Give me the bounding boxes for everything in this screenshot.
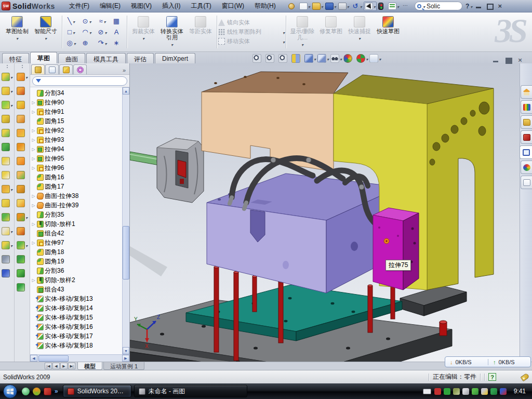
note-icon[interactable] (17, 199, 25, 207)
dropdown-caret-icon[interactable] (283, 29, 285, 35)
scroll-down-icon[interactable]: ▼ (123, 347, 129, 354)
menu-item[interactable]: 编辑(E) (95, 0, 125, 12)
toolbar-grip[interactable] (21, 64, 23, 69)
tree-item[interactable]: 圆角18 (31, 247, 129, 257)
dropdown-caret-icon[interactable] (25, 214, 28, 221)
surface-icon[interactable] (17, 157, 25, 165)
taskbar-window-button[interactable]: 未命名 - 画图 (134, 385, 247, 397)
tree-item[interactable]: 组合43 (31, 285, 129, 294)
sync-icon[interactable] (472, 388, 478, 395)
quick-launch-chevron-icon[interactable]: » (55, 388, 58, 395)
dropdown-caret-icon[interactable] (10, 228, 12, 235)
dropdown-caret-icon[interactable] (314, 55, 316, 62)
command-tab[interactable]: 评估 (127, 53, 154, 63)
undo-icon[interactable] (351, 3, 360, 10)
tree-item[interactable]: 拉伸97 (31, 238, 129, 247)
document-tab[interactable]: 模型 (77, 362, 102, 370)
curve-icon[interactable] (2, 269, 10, 277)
tree-item[interactable]: 切除-放样1 (31, 219, 129, 229)
smart-dimension-tool-icon[interactable] (17, 101, 25, 109)
search-box[interactable]: Solic (415, 2, 462, 10)
tree-item[interactable]: 分割36 (31, 266, 129, 275)
resources-home-icon[interactable] (521, 85, 532, 99)
file-explorer-icon[interactable] (521, 115, 532, 129)
tree-item[interactable]: 实体-移动/复制15 (31, 313, 129, 322)
tree-item[interactable]: 圆角16 (31, 172, 129, 182)
swept-boss-icon[interactable] (2, 129, 10, 137)
pattern-icon[interactable] (2, 185, 10, 193)
last-tab-icon[interactable]: ▶| (68, 363, 75, 369)
tree-horizontal-scrollbar[interactable]: ◀ ▶ (30, 354, 129, 362)
model-magenta-block[interactable] (373, 208, 419, 290)
select-icon[interactable] (365, 3, 373, 10)
sketch-entity-button[interactable]: ⊘ (95, 26, 110, 37)
toolbar-button[interactable]: 转换实体引用 (158, 15, 186, 50)
dropdown-caret-icon[interactable] (340, 55, 342, 62)
dropdown-caret-icon[interactable] (89, 18, 91, 25)
dropdown-caret-icon[interactable] (10, 101, 12, 109)
dropdown-caret-icon[interactable] (360, 3, 362, 10)
tab-feature-manager[interactable] (31, 64, 45, 74)
tree-item[interactable]: 曲面-拉伸39 (31, 201, 129, 210)
command-tab[interactable]: 草图 (30, 52, 57, 63)
revolve-boss-icon[interactable] (2, 87, 10, 95)
doc-restore-button[interactable] (504, 57, 512, 63)
dropdown-caret-icon[interactable] (73, 18, 75, 25)
save-icon[interactable] (325, 3, 334, 10)
tree-item[interactable]: 组合42 (31, 229, 129, 238)
dropdown-caret-icon[interactable] (358, 35, 361, 41)
sketch-entity-button[interactable]: ≈ (95, 16, 110, 26)
network-warning-icon[interactable] (481, 388, 488, 395)
overflow-icon[interactable] (401, 3, 409, 10)
prev-tab-icon[interactable]: ◀ (52, 363, 60, 369)
expander-icon[interactable] (31, 203, 36, 208)
messenger-icon[interactable] (22, 388, 30, 395)
tree-item[interactable]: 曲面-拉伸38 (31, 191, 129, 201)
toolbar-button[interactable]: 显示/删除几... (288, 15, 316, 50)
close-button[interactable] (496, 3, 503, 9)
scenes-icon[interactable] (521, 161, 532, 174)
sketch-entity-button[interactable]: ◎ (63, 37, 79, 48)
dropdown-caret-icon[interactable] (104, 39, 107, 47)
tree-item[interactable]: 圆角15 (31, 116, 129, 126)
tree-item[interactable]: 拉伸92 (31, 126, 129, 135)
taskbar-window-button[interactable]: SolidWorks 2009 - ... (63, 385, 131, 397)
appearances-icon[interactable] (520, 145, 532, 159)
sketch-entity-button[interactable]: ⊕ (79, 37, 95, 48)
expander-icon[interactable] (31, 156, 36, 161)
hole-wizard-icon[interactable] (2, 171, 10, 179)
combine-icon[interactable] (2, 213, 10, 221)
sketch-entity-button[interactable]: ◠ (79, 26, 95, 37)
tree-item[interactable]: 拉伸91 (31, 107, 129, 116)
section-view-icon[interactable] (291, 54, 300, 63)
expander-icon[interactable] (31, 147, 36, 152)
zoom-magnify-icon[interactable] (278, 54, 287, 63)
toolbar-grip[interactable] (6, 64, 8, 69)
tree-item[interactable]: 实体-移动/复制16 (31, 322, 129, 331)
view-palette-icon[interactable] (521, 130, 532, 144)
command-tab[interactable]: 特征 (2, 53, 29, 63)
tree-item[interactable]: 分割34 (31, 88, 129, 98)
extrude-cut-icon[interactable] (2, 157, 10, 165)
expander-icon[interactable] (31, 241, 36, 245)
expander-icon[interactable] (31, 222, 36, 227)
axis-icon[interactable] (17, 185, 25, 193)
quick-launch-icon[interactable] (33, 388, 41, 395)
rebuild-icon[interactable] (378, 3, 383, 10)
hook-icon[interactable] (17, 269, 25, 277)
dropdown-caret-icon[interactable] (379, 55, 381, 62)
help-button[interactable]: ? (464, 3, 470, 10)
pin-icon[interactable] (288, 3, 295, 9)
dropdown-caret-icon[interactable] (334, 3, 336, 10)
tag-icon[interactable] (520, 373, 529, 381)
toolbar-button[interactable]: 快速捕捉 (345, 15, 374, 50)
scrollbar-thumb[interactable] (38, 355, 69, 362)
dropdown-caret-icon[interactable] (10, 185, 12, 193)
sketch-entity-button[interactable]: ╲ (63, 16, 79, 26)
zoom-fit-icon[interactable] (252, 54, 261, 63)
command-tab[interactable]: 曲面 (58, 53, 85, 63)
expander-icon[interactable] (31, 278, 36, 283)
tree-item[interactable]: 切除-放样2 (31, 275, 129, 285)
document-tab[interactable]: 运动算例 1 (103, 362, 144, 370)
dropdown-caret-icon[interactable] (397, 3, 399, 10)
